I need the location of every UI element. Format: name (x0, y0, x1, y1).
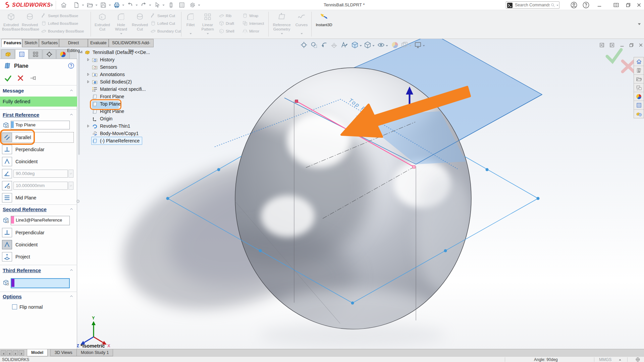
new-document-icon[interactable] (73, 2, 80, 8)
help-icon[interactable] (582, 1, 590, 9)
reference-geometry-button[interactable]: ReferenceGeometry (271, 11, 292, 37)
units-caret-icon[interactable] (619, 358, 622, 361)
tab-model[interactable]: Model (27, 349, 48, 356)
show-panes-icon[interactable] (613, 2, 619, 8)
save-caret-icon[interactable] (108, 4, 111, 7)
expand-icon[interactable] (87, 80, 90, 83)
second-perpendicular-button[interactable] (2, 228, 12, 237)
second-reference-header[interactable]: Second Reference (3, 206, 47, 212)
offset-spinner[interactable] (68, 182, 73, 190)
taskpane-view-palette-button[interactable] (634, 83, 644, 92)
sketch-annotation-icon[interactable] (340, 41, 348, 49)
properties-icon[interactable] (178, 2, 185, 8)
mid-plane-button[interactable] (2, 193, 12, 202)
open-caret-icon[interactable] (95, 4, 98, 7)
hole-wizard-button[interactable]: HoleWizard (112, 11, 130, 37)
new-document-caret-icon[interactable] (82, 4, 85, 7)
redo-icon[interactable] (140, 2, 147, 8)
apply-scene-icon[interactable] (401, 41, 408, 49)
taskpane-home-button[interactable] (634, 57, 644, 66)
first-reference-selection-box[interactable]: Top Plane (11, 121, 70, 129)
options-collapse-icon[interactable] (69, 294, 73, 298)
flip-normal-checkbox[interactable] (12, 304, 17, 309)
left-pane-icon[interactable] (599, 42, 605, 48)
doc-close-icon[interactable] (638, 42, 644, 48)
status-tag-icon[interactable] (635, 357, 640, 362)
section-view-icon[interactable] (330, 41, 338, 49)
search-icon[interactable] (550, 3, 555, 8)
swept-cut-button[interactable]: Swept Cut (150, 13, 175, 20)
lofted-cut-button[interactable]: Lofted Cut (150, 20, 175, 28)
ribbon-collapse-icon[interactable] (637, 22, 641, 26)
search-input[interactable] (515, 2, 550, 8)
swept-boss-base-button[interactable]: Swept Boss/Base (41, 13, 78, 20)
logo-expand-icon[interactable] (50, 3, 54, 7)
close-window-icon[interactable] (636, 2, 642, 8)
minimize-window-icon[interactable] (596, 2, 602, 8)
intersect-button[interactable]: Intersect (242, 20, 264, 28)
pin-button[interactable] (30, 74, 37, 82)
panel-tab-property-manager[interactable] (15, 49, 29, 59)
nav-prev-icon[interactable] (7, 350, 12, 356)
home-icon[interactable] (60, 2, 67, 8)
linear-pattern-button[interactable]: LinearPattern (199, 11, 217, 37)
save-icon[interactable] (100, 2, 107, 8)
right-pane-icon[interactable] (609, 42, 615, 48)
taskpane-appearances-button[interactable] (634, 92, 644, 101)
panel-tab-features-tree[interactable] (1, 49, 15, 59)
first-reference-collapse-icon[interactable] (69, 113, 73, 117)
doc-restore-icon[interactable] (629, 42, 634, 48)
panel-tab-dimxpert[interactable] (43, 49, 56, 59)
revolved-boss-base-button[interactable]: RevolvedBoss/Base (21, 11, 39, 37)
curves-button[interactable]: Curves (294, 11, 309, 37)
expand-icon[interactable] (87, 73, 90, 76)
reference-geometry-caret-icon[interactable] (280, 32, 283, 35)
redo-caret-icon[interactable] (149, 4, 152, 7)
first-coincident-button[interactable] (2, 157, 12, 166)
fillet-button[interactable]: Fillet (183, 11, 198, 37)
apply-scene-caret-icon[interactable] (409, 44, 412, 47)
tab-solidworks-addins[interactable]: SOLIDWORKS Add-Ins (109, 39, 154, 47)
open-icon[interactable] (87, 2, 93, 8)
second-reference-collapse-icon[interactable] (69, 207, 73, 211)
linear-pattern-caret-icon[interactable] (206, 32, 209, 35)
view-settings-caret-icon[interactable] (422, 44, 425, 47)
third-reference-header[interactable]: Third Reference (3, 267, 41, 273)
expand-icon[interactable] (87, 124, 90, 128)
status-units[interactable]: MMGS (599, 357, 611, 362)
message-collapse-icon[interactable] (69, 88, 73, 93)
taskpane-custom-properties-button[interactable] (634, 101, 644, 110)
select-cursor-icon[interactable] (154, 2, 160, 8)
zoom-to-fit-icon[interactable] (300, 41, 308, 49)
fillet-caret-icon[interactable] (189, 32, 192, 35)
message-header[interactable]: Message (3, 88, 24, 94)
options-caret-icon[interactable] (198, 4, 201, 7)
first-reference-header[interactable]: First Reference (3, 112, 39, 118)
extruded-boss-base-button[interactable]: ExtrudedBoss/Base (2, 11, 20, 37)
restore-window-icon[interactable] (625, 2, 631, 8)
expand-icon[interactable] (87, 58, 90, 61)
second-coincident-button[interactable] (2, 240, 12, 249)
first-perpendicular-button[interactable] (2, 145, 12, 154)
options-gear-icon[interactable] (189, 2, 196, 8)
draft-button[interactable]: Draft (219, 20, 234, 28)
display-style-icon[interactable] (364, 41, 371, 49)
tab-features[interactable]: Features (1, 39, 22, 47)
cancel-button[interactable] (17, 74, 24, 82)
taskpane-resources-button[interactable] (634, 110, 644, 118)
previous-view-icon[interactable] (320, 41, 328, 49)
nav-first-icon[interactable] (1, 350, 6, 356)
second-reference-selection-box[interactable]: Line3@PlaneReference (11, 216, 70, 225)
search-commands-box[interactable] (506, 1, 559, 9)
angle-spinner[interactable] (68, 170, 73, 178)
nav-next-icon[interactable] (13, 350, 18, 356)
revolved-cut-button[interactable]: RevolvedCut (131, 11, 149, 37)
taskpane-file-explorer-button[interactable] (634, 75, 644, 83)
lofted-boss-base-button[interactable]: Lofted Boss/Base (41, 20, 78, 28)
third-reference-collapse-icon[interactable] (69, 268, 73, 272)
extruded-cut-button[interactable]: ExtrudedCut (93, 11, 111, 37)
third-reference-selection-box[interactable] (11, 278, 70, 288)
panel-tab-configurations[interactable] (29, 49, 42, 59)
tab-motion-study[interactable]: Motion Study 1 (76, 349, 113, 356)
print-icon[interactable] (113, 2, 120, 8)
